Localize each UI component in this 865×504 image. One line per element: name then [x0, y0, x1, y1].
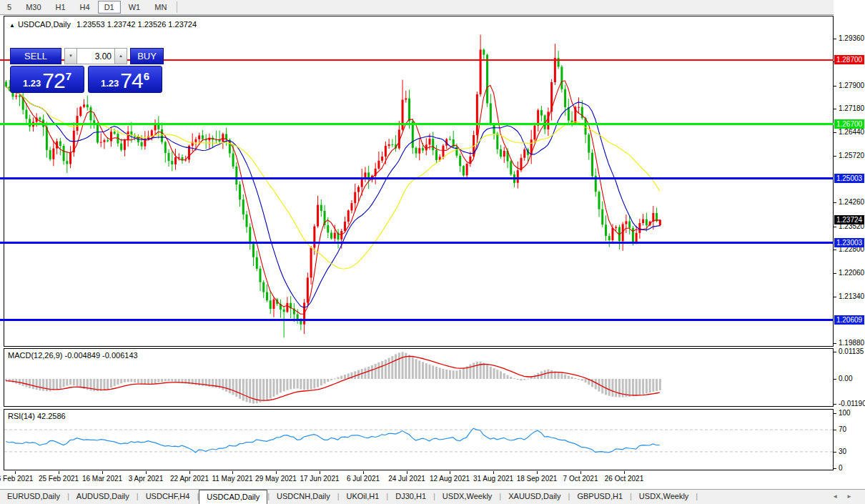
price-axis-tick	[834, 86, 836, 87]
tab-UKOil-H1[interactable]: UKOil,H1	[340, 490, 387, 504]
date-label: 22 Apr 2021	[170, 475, 209, 483]
price-axis-label: 1.29360	[839, 34, 864, 42]
macd-panel[interactable]: MACD(12,26,9) -0.004849 -0.006143	[4, 348, 834, 407]
price-axis-tick	[834, 249, 836, 250]
horizontal-level-line-1.267[interactable]	[0, 123, 834, 125]
date-tick	[59, 471, 59, 474]
price-axis-tick	[834, 132, 836, 133]
price-axis-label: 1.27180	[839, 104, 864, 112]
timeframe-button-H4[interactable]: H4	[74, 1, 97, 14]
date-tick	[624, 471, 625, 474]
chart-header: ▲USDCAD,Daily1.23553 1.23742 1.23526 1.2…	[9, 20, 197, 29]
collapse-triangle-icon[interactable]: ▲	[9, 22, 15, 29]
sell-price-display[interactable]: 1.23727	[10, 66, 84, 93]
price-axis-label: -0.011904	[839, 400, 865, 407]
tab-XAUUSD-Daily[interactable]: XAUUSD,Daily	[501, 490, 568, 504]
price-axis-tick	[834, 227, 836, 227]
date-label: 16 Mar 2021	[82, 475, 122, 483]
timeframe-button-W1[interactable]: W1	[122, 1, 147, 14]
price-axis-label: 0	[839, 464, 843, 472]
price-axis-tick	[834, 452, 836, 453]
tab-scroll-left-icon[interactable]: ◄	[832, 493, 846, 500]
tab-USDX-Weekly[interactable]: USDX,Weekly	[632, 490, 696, 504]
price-axis-tick	[834, 297, 836, 297]
date-tick	[189, 471, 190, 474]
date-tick	[320, 471, 320, 474]
date-axis[interactable]: 6 Feb 202125 Feb 202116 Mar 20213 Apr 20…	[0, 471, 865, 487]
date-label: 25 Feb 2021	[39, 475, 79, 483]
timeframe-button-M30[interactable]: M30	[19, 1, 47, 14]
trade-panel: SELL ▼ ▲ BUY 1.23727 1.23746	[10, 48, 165, 93]
price-badge-1.26700: 1.26700	[834, 119, 864, 129]
price-axis-tick	[834, 430, 836, 430]
date-tick	[363, 471, 364, 474]
price-axis-tick	[834, 468, 836, 469]
timeframe-button-5[interactable]: 5	[1, 1, 18, 14]
date-label: 29 May 2021	[255, 475, 297, 483]
date-tick	[146, 471, 147, 474]
price-axis-tick	[834, 413, 836, 414]
price-axis-label: 0.01135	[839, 347, 864, 355]
price-axis-label: 100	[839, 409, 851, 417]
price-badge-1.23724: 1.23724	[834, 215, 864, 224]
main-chart-panel[interactable]: ▲USDCAD,Daily1.23553 1.23742 1.23526 1.2…	[4, 16, 834, 347]
price-axis-label: 1.22060	[839, 269, 864, 277]
rsi-canvas[interactable]	[4, 410, 833, 470]
rsi-panel[interactable]: RSI(14) 42.2586	[4, 409, 834, 470]
date-tick	[450, 471, 450, 474]
date-tick	[407, 471, 407, 474]
tab-GBPUSD-H1[interactable]: GBPUSD,H1	[570, 490, 630, 504]
price-axis-label: 1.25720	[839, 152, 864, 159]
date-label: 12 Aug 2021	[430, 475, 470, 483]
price-axis-tick	[834, 343, 836, 344]
timeframe-button-D1[interactable]: D1	[98, 1, 121, 14]
date-label: 6 Jul 2021	[347, 475, 380, 483]
price-axis-tick	[834, 156, 836, 157]
date-label: 24 Jul 2021	[388, 475, 425, 483]
buy-price-display[interactable]: 1.23746	[88, 66, 162, 93]
volume-increase-button[interactable]: ▲	[114, 48, 127, 64]
tab-USDCNH-Daily[interactable]: USDCNH,Daily	[270, 490, 337, 504]
price-axis-tick	[834, 109, 836, 109]
date-label: 26 Oct 2021	[605, 475, 643, 483]
horizontal-level-line-1.20609[interactable]	[0, 319, 834, 321]
price-axis-tick	[834, 404, 836, 405]
price-badge-1.28700: 1.28700	[834, 55, 864, 64]
date-tick	[102, 471, 103, 474]
trading-platform-window: 5M30H1H4D1W1MN ▲USDCAD,Daily1.23553 1.23…	[0, 0, 865, 504]
horizontal-level-line-1.25003[interactable]	[0, 177, 834, 179]
buy-button[interactable]: BUY	[130, 48, 164, 64]
tab-USDX-Weekly[interactable]: USDX,Weekly	[435, 490, 499, 504]
volume-input[interactable]	[77, 48, 114, 64]
date-label: 7 Oct 2021	[563, 475, 598, 483]
date-tick	[493, 471, 494, 474]
date-tick	[232, 471, 233, 474]
price-badge-1.23003: 1.23003	[834, 238, 864, 247]
volume-decrease-button[interactable]: ▼	[64, 48, 77, 64]
price-axis-label: 1.21340	[839, 292, 864, 300]
sell-button[interactable]: SELL	[10, 48, 61, 64]
tab-EURUSD-Daily[interactable]: EURUSD,Daily	[0, 490, 67, 504]
macd-label: MACD(12,26,9) -0.004849 -0.006143	[8, 351, 138, 360]
price-badge-1.25003: 1.25003	[834, 174, 864, 183]
horizontal-level-line-1.23003[interactable]	[0, 242, 834, 244]
price-axis-label: 70	[839, 425, 846, 433]
date-label: 17 Jun 2021	[300, 475, 339, 483]
price-axis-tick	[834, 352, 836, 352]
price-axis-label: 30	[839, 448, 846, 455]
tab-scroll-right-icon[interactable]: ►	[846, 493, 861, 500]
tab-USDCAD-Daily[interactable]: USDCAD,Daily	[199, 490, 267, 504]
price-axis[interactable]: 1.293601.286401.279001.271801.264401.257…	[834, 0, 865, 486]
tab-AUDUSD-Daily[interactable]: AUDUSD,Daily	[69, 490, 137, 504]
date-label: 11 May 2021	[212, 475, 252, 483]
timeframe-button-H1[interactable]: H1	[49, 1, 72, 14]
tab-separator: |	[696, 490, 698, 504]
tab-USDCHF-H4[interactable]: USDCHF,H4	[139, 490, 197, 504]
tab-DJ30-H1[interactable]: DJ30,H1	[388, 490, 433, 504]
date-label: 31 Aug 2021	[473, 475, 513, 483]
timeframe-button-MN[interactable]: MN	[148, 1, 173, 14]
rsi-label: RSI(14) 42.2586	[8, 412, 66, 420]
price-axis-tick	[834, 273, 836, 274]
chart-ohlc-values: 1.23553 1.23742 1.23526 1.23724	[76, 20, 197, 29]
price-axis-label: 1.26440	[839, 128, 864, 136]
